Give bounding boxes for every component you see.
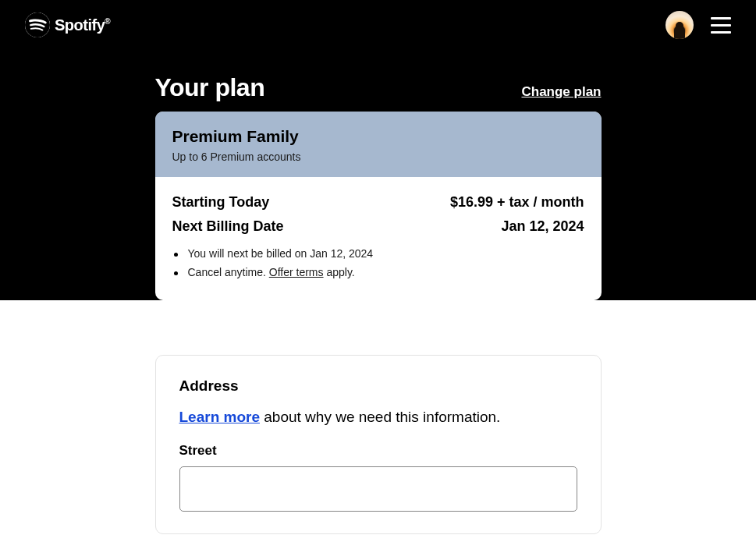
plan-header-row: Your plan Change plan <box>155 50 602 112</box>
top-dark-section: Spotify® Your plan Change plan Premium F… <box>0 0 756 300</box>
learn-more-link[interactable]: Learn more <box>179 409 260 425</box>
plan-card-header: Premium Family Up to 6 Premium accounts <box>155 112 602 177</box>
plan-subtitle: Up to 6 Premium accounts <box>172 151 584 163</box>
menu-icon[interactable] <box>711 17 731 34</box>
page-title: Your plan <box>155 73 265 102</box>
header-right <box>665 11 731 39</box>
address-title: Address <box>179 377 577 395</box>
brand-label: Spotify® <box>55 16 110 34</box>
address-description: Learn more about why we need this inform… <box>179 409 577 426</box>
plan-row-label: Starting Today <box>172 194 270 211</box>
address-card: Address Learn more about why we need thi… <box>155 355 602 534</box>
bill-note-text: You will next be billed on Jan 12, 2024 <box>188 247 374 260</box>
plan-row-next-bill: Next Billing Date Jan 12, 2024 <box>172 218 584 235</box>
street-label: Street <box>179 443 577 459</box>
plan-notes-list: You will next be billed on Jan 12, 2024 … <box>172 247 584 278</box>
list-item: Cancel anytime. Offer terms apply. <box>172 266 584 278</box>
change-plan-link[interactable]: Change plan <box>521 84 601 100</box>
list-item: You will next be billed on Jan 12, 2024 <box>172 247 584 260</box>
cancel-pre-text: Cancel anytime. <box>188 266 269 278</box>
plan-card: Premium Family Up to 6 Premium accounts … <box>155 112 602 300</box>
header-bar: Spotify® <box>0 0 756 50</box>
cancel-post-text: apply. <box>324 266 355 278</box>
spotify-logo[interactable]: Spotify® <box>25 12 110 37</box>
bottom-section: Address Learn more about why we need thi… <box>0 324 756 534</box>
street-input[interactable] <box>179 466 577 512</box>
avatar[interactable] <box>665 11 694 39</box>
plan-row-value: Jan 12, 2024 <box>501 218 584 235</box>
plan-row-label: Next Billing Date <box>172 218 284 235</box>
plan-row-starting: Starting Today $16.99 + tax / month <box>172 194 584 211</box>
address-desc-rest: about why we need this information. <box>260 409 500 425</box>
plan-card-body: Starting Today $16.99 + tax / month Next… <box>155 177 602 300</box>
spotify-icon <box>25 12 50 37</box>
offer-terms-link[interactable]: Offer terms <box>269 266 324 278</box>
plan-row-value: $16.99 + tax / month <box>450 194 584 211</box>
plan-name: Premium Family <box>172 127 584 146</box>
